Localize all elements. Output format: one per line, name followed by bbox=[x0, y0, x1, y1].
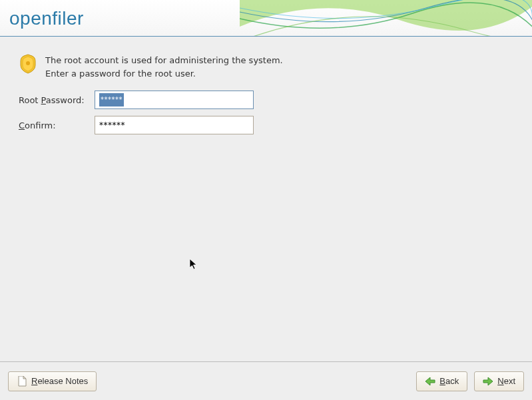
shield-badge-icon bbox=[19, 54, 37, 74]
arrow-right-icon bbox=[483, 376, 493, 387]
release-notes-button[interactable]: Release Notes bbox=[8, 371, 97, 391]
intro-line1: The root account is used for administeri… bbox=[45, 54, 283, 67]
intro-text: The root account is used for administeri… bbox=[45, 54, 283, 80]
row-confirm-password: Confirm: bbox=[19, 116, 513, 134]
arrow-left-icon bbox=[425, 376, 435, 387]
confirm-password-input[interactable] bbox=[95, 116, 254, 134]
logo-text: openfiler bbox=[9, 8, 84, 29]
main-content: The root account is used for administeri… bbox=[0, 37, 532, 361]
intro-line2: Enter a password for the root user. bbox=[45, 67, 283, 81]
password-text-selection: ****** bbox=[99, 93, 124, 106]
header-banner: openfiler bbox=[0, 0, 532, 37]
root-password-input[interactable]: ****** bbox=[95, 91, 254, 109]
next-button[interactable]: Next bbox=[474, 371, 524, 391]
document-icon bbox=[17, 376, 27, 387]
back-button[interactable]: Back bbox=[416, 371, 467, 391]
header-wave-art bbox=[240, 0, 532, 37]
svg-point-0 bbox=[26, 61, 30, 65]
label-confirm-password: Confirm: bbox=[19, 120, 95, 130]
row-root-password: Root Password: ****** bbox=[19, 91, 513, 109]
label-root-password: Root Password: bbox=[19, 95, 95, 105]
footer-bar: Release Notes Back Next bbox=[0, 361, 532, 400]
